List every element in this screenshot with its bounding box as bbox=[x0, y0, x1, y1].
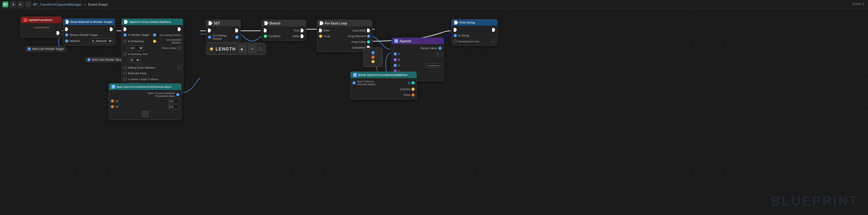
length-out-pin[interactable] bbox=[259, 47, 262, 51]
set-exec-in[interactable] bbox=[208, 29, 211, 32]
opencv-render-label: In Render Target bbox=[128, 33, 152, 36]
app-logo: BP bbox=[3, 2, 8, 7]
opencv-exec-out[interactable] bbox=[178, 27, 181, 31]
set-in-pin[interactable] bbox=[208, 36, 211, 39]
web-cam-pin-2[interactable] bbox=[87, 58, 91, 61]
material-pin[interactable] bbox=[65, 39, 68, 42]
opencv-debug-label: Out Debug Texture bbox=[157, 34, 181, 36]
opencv-render-pin[interactable] bbox=[124, 33, 127, 36]
break-corners-pin[interactable] bbox=[411, 88, 415, 91]
draw-material-header: Draw Material to Render Target bbox=[63, 19, 115, 25]
array-element-label: Array Element bbox=[345, 35, 366, 38]
update-transform-exec-row bbox=[21, 30, 62, 36]
update-transform-body: Custom Event bbox=[21, 23, 62, 37]
blueprint-watermark: BLUEPRINT bbox=[771, 193, 859, 209]
dict-select[interactable]: 4x4 bbox=[128, 45, 144, 51]
opencv-exec-in[interactable] bbox=[124, 27, 127, 31]
k2-input[interactable] bbox=[168, 104, 179, 109]
texture-render-pin[interactable] bbox=[65, 33, 68, 36]
make-lens-body: Open CVLens Distortion Parameters Base K… bbox=[109, 90, 181, 120]
material-row: Material M_Webcam bbox=[63, 38, 115, 44]
length-value-box: 0 bbox=[249, 45, 256, 53]
make-lens-k2-pin[interactable] bbox=[111, 105, 114, 108]
opencv-size-pin[interactable] bbox=[124, 52, 127, 56]
branch-exec-in[interactable] bbox=[264, 29, 267, 32]
branch-cond-pin[interactable] bbox=[264, 35, 267, 38]
print-string-node: Print String In String Development Only … bbox=[452, 19, 497, 46]
for-each-array-pin[interactable] bbox=[319, 35, 322, 38]
breadcrumb-current: Event Graph bbox=[88, 3, 108, 6]
append-return-pin[interactable] bbox=[438, 47, 442, 50]
set-out-pin[interactable] bbox=[235, 36, 239, 39]
opencv-marker-len-label: In Marker Length in Meters bbox=[128, 78, 181, 81]
for-each-exec-in[interactable] bbox=[319, 29, 322, 32]
break-pose-pin[interactable] bbox=[411, 93, 415, 96]
branch-condition-row: Condition False bbox=[262, 33, 306, 39]
nav-home-button[interactable]: ⌂ bbox=[25, 2, 31, 7]
conn-pin-2[interactable] bbox=[371, 56, 375, 59]
update-transform-exec-pin[interactable] bbox=[57, 31, 60, 35]
nav-back-button[interactable]: ◄ bbox=[10, 2, 16, 7]
break-cvaruco-pin[interactable] bbox=[352, 81, 355, 85]
branch-node: Branch True Condition False bbox=[261, 20, 306, 41]
opencv-estimate-pin[interactable] bbox=[124, 72, 127, 75]
print-in-string-pin[interactable] bbox=[454, 34, 457, 37]
append-c-pin[interactable] bbox=[394, 64, 397, 67]
opencv-estimate-label: Estimate Pose bbox=[128, 72, 181, 75]
dict-size-select[interactable]: 50 bbox=[128, 58, 141, 63]
print-exec-row bbox=[452, 27, 497, 33]
breadcrumb-parent[interactable]: BP_TransformCaptureManager bbox=[33, 3, 82, 6]
make-lens-k2-row: K2 bbox=[109, 104, 181, 110]
print-exec-in[interactable] bbox=[454, 28, 457, 32]
print-exec-out[interactable] bbox=[492, 28, 495, 32]
opencv-dict-pin[interactable] bbox=[124, 40, 127, 43]
array-element-pin[interactable] bbox=[367, 35, 370, 38]
make-lens-resize-handle[interactable] bbox=[142, 111, 148, 117]
opencv-debug-out-pin[interactable] bbox=[153, 33, 156, 36]
debug-markers-check[interactable]: ✓ bbox=[177, 66, 181, 69]
opencv-exec-row bbox=[122, 26, 183, 32]
break-marker-header: f Break OpenCVArucoDetectedMarker bbox=[350, 72, 416, 78]
print-string-title: Print String bbox=[459, 21, 475, 24]
set-title: SET bbox=[214, 22, 220, 25]
print-dev-label: Development Only bbox=[458, 40, 490, 43]
dev-only-check[interactable]: ✓ bbox=[492, 39, 495, 43]
branch-true-pin[interactable] bbox=[301, 29, 304, 32]
make-lens-node: f Make OpenCVLensDistortionParametersBas… bbox=[108, 83, 182, 120]
break-corners-row: Corners bbox=[350, 86, 416, 92]
web-cam-pin-1[interactable] bbox=[28, 47, 31, 51]
append-b-pin[interactable] bbox=[394, 58, 397, 61]
make-lens-return-row: Open CVLens Distortion Parameters Base bbox=[109, 91, 181, 98]
nav-fwd-button[interactable]: ► bbox=[18, 2, 24, 7]
opencv-return-pin[interactable] bbox=[178, 47, 181, 50]
array-index-pin[interactable] bbox=[367, 40, 370, 43]
material-select[interactable]: M_Webcam bbox=[90, 38, 113, 43]
break-marker-body: Open CVAruco Detected Marker Id Corners … bbox=[350, 78, 416, 99]
loop-body-pin[interactable] bbox=[367, 29, 370, 32]
print-dev-only-row: Development Only ✓ bbox=[452, 38, 497, 44]
draw-material-exec-out[interactable] bbox=[110, 27, 113, 31]
make-lens-k1-pin[interactable] bbox=[111, 99, 114, 102]
opencv-marker-len-pin[interactable] bbox=[124, 78, 127, 81]
break-id-pin[interactable] bbox=[411, 81, 415, 85]
update-transform-header: UpdateTransform bbox=[21, 17, 62, 23]
set-exec-out[interactable] bbox=[235, 29, 239, 32]
conn-pin-3[interactable] bbox=[371, 60, 375, 63]
draw-material-body: Texture Render Target Material M_Webcam bbox=[63, 25, 115, 45]
conn-pin-1[interactable] bbox=[371, 51, 375, 54]
zoom-label: Zoom 1 bbox=[852, 2, 864, 6]
print-dev-pin[interactable] bbox=[454, 40, 457, 43]
make-lens-return-pin[interactable] bbox=[176, 93, 179, 96]
custom-event-label: Custom Event bbox=[23, 26, 60, 29]
draw-material-exec-in[interactable] bbox=[65, 27, 68, 31]
k1-input[interactable] bbox=[168, 99, 179, 103]
length-in-pin[interactable] bbox=[210, 47, 213, 51]
web-cam-label-2: Web Cam Render Target bbox=[85, 57, 125, 62]
opencv-detected-out-pin[interactable] bbox=[153, 40, 156, 43]
break-id-label: Id bbox=[384, 81, 410, 85]
opencv-debug-markers-pin[interactable] bbox=[124, 66, 127, 69]
branch-false-pin[interactable] bbox=[301, 34, 304, 38]
breadcrumb-sep: > bbox=[84, 3, 86, 6]
append-a-pin[interactable] bbox=[394, 52, 397, 56]
make-lens-icon: f bbox=[112, 85, 115, 89]
